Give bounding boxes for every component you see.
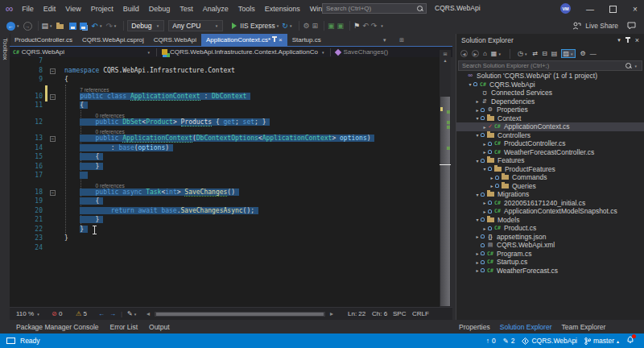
forward-icon[interactable]: ▶	[472, 50, 479, 57]
close-icon[interactable]: ×	[635, 36, 639, 44]
collapsed-arrow-icon[interactable]: ▸	[474, 107, 481, 113]
collapsed-arrow-icon[interactable]: ▸	[489, 175, 495, 180]
code-line[interactable]: 10− public class ApplicationContext : Db…	[10, 93, 440, 102]
panel-tab-error-list[interactable]: Error List	[110, 323, 138, 331]
navigate-back-icon[interactable]: ←	[6, 22, 15, 31]
tree-item-queries[interactable]: ▸Queries	[456, 182, 644, 191]
collapsed-arrow-icon[interactable]: ▸	[474, 251, 481, 256]
user-avatar[interactable]: VM	[560, 3, 571, 14]
float-window-icon[interactable]: ⊞	[399, 37, 404, 44]
code-line[interactable]: 23}	[10, 234, 440, 244]
code-line[interactable]: 12 public DbSet<Product> Products { get;…	[10, 118, 440, 128]
properties-page-icon[interactable]: ▤	[551, 50, 558, 57]
code-line[interactable]: 20 return await base.SaveChangesAsync();	[10, 207, 440, 217]
menu-edit[interactable]: Edit	[39, 0, 61, 18]
menu-analyze[interactable]: Analyze	[198, 0, 233, 18]
notifications-bell[interactable]	[626, 336, 634, 346]
code-line[interactable]: 24	[10, 244, 440, 254]
pin-icon[interactable]	[627, 39, 629, 43]
tree-item-product-cs[interactable]: ▸C#Product.cs	[456, 224, 644, 233]
editor-vertical-scrollbar[interactable]: ⊞ ▴	[440, 50, 451, 308]
nav-forward-arrow-icon[interactable]: →	[109, 310, 116, 317]
tree-item-cqrs-webapi-xml[interactable]: ▤CQRS.WebApi.xml	[456, 241, 644, 250]
close-button[interactable]: ×	[625, 0, 644, 18]
solution-config-dropdown[interactable]: Debug▾	[127, 20, 164, 31]
spaces-indicator[interactable]: SPC	[393, 310, 406, 317]
tree-item-startup-cs[interactable]: ▸C#Startup.cs	[456, 258, 644, 267]
tree-item-migrations[interactable]: ▾Migrations	[456, 190, 644, 199]
new-file-icon[interactable]: ▤	[42, 22, 49, 30]
minimize-button[interactable]: —	[580, 0, 601, 18]
fold-toggle-icon[interactable]: −	[50, 190, 56, 196]
nav-back-arrow-icon[interactable]: ←	[98, 310, 105, 317]
tree-item-productfeatures[interactable]: ▾ProductFeatures	[456, 165, 644, 174]
tree-item-dependencies[interactable]: ▸⇵Dependencies	[456, 97, 644, 106]
start-debug-button[interactable]: IIS Express▾	[232, 22, 280, 30]
collapsed-arrow-icon[interactable]: ▸	[481, 209, 488, 214]
fold-toggle-icon[interactable]: −	[50, 68, 56, 74]
sync-with-active-document-icon[interactable]: ⇄	[532, 50, 538, 57]
expanded-arrow-icon[interactable]: ▾	[467, 81, 473, 87]
code-line[interactable]: 13− public ApplicationContext(DbContextO…	[10, 135, 440, 144]
collapsed-arrow-icon[interactable]: ▸	[481, 141, 488, 147]
chevron-down-icon[interactable]: ▾	[290, 23, 292, 28]
breadcrumb-member-dropdown[interactable]: SaveChanges()	[332, 48, 391, 56]
menu-file[interactable]: File	[17, 0, 39, 18]
bookmark-icon[interactable]: ⚑	[353, 22, 360, 30]
tree-item-controllers[interactable]: ▾Controllers	[456, 131, 644, 140]
code-line[interactable]: 16 }	[10, 163, 440, 172]
solution-search-input[interactable]: Search Solution Explorer (Ctrl+;) ▾	[458, 60, 642, 71]
column-indicator[interactable]: Ch: 6	[372, 310, 387, 317]
fold-toggle-icon[interactable]: −	[50, 94, 56, 100]
menu-extensions[interactable]: Extensions	[260, 0, 305, 18]
panel-tab-package-manager-console[interactable]: Package Manager Console	[16, 323, 99, 331]
document-list-icon[interactable]: ▾	[383, 37, 386, 44]
tree-item-weatherforecastcontroller-cs[interactable]: ▸C#WeatherForecastController.cs	[456, 148, 644, 157]
collapsed-arrow-icon[interactable]: ▸	[489, 183, 495, 188]
tree-item-models[interactable]: ▾Models	[456, 216, 644, 225]
expanded-arrow-icon[interactable]: ▾	[481, 166, 488, 172]
splitter-handle-icon[interactable]: ⊞	[440, 50, 451, 57]
home-icon[interactable]: ⌂	[483, 50, 487, 57]
collapsed-arrow-icon[interactable]: ▸	[481, 200, 488, 205]
menu-tools[interactable]: Tools	[233, 0, 260, 18]
tree-item-weatherforecast-cs[interactable]: ▸C#WeatherForecast.cs	[456, 267, 644, 276]
show-all-files-icon[interactable]: ▨▾	[561, 49, 576, 58]
hscrollbar-thumb[interactable]	[156, 313, 324, 316]
code-line[interactable]: 7	[10, 57, 440, 67]
code-line[interactable]: 17	[10, 172, 440, 181]
code-line[interactable]: 11 {	[10, 102, 440, 111]
scroll-up-icon[interactable]: ▴	[440, 57, 451, 64]
step-over-icon[interactable]: ▣	[337, 22, 345, 30]
tree-item-solution-cqrs-webapi-1-of-1-project[interactable]: ∞Solution 'CQRS.WebApi' (1 of 1 project)	[456, 72, 644, 81]
save-all-icon[interactable]	[80, 23, 87, 30]
navigate-forward-icon[interactable]: →	[23, 22, 32, 31]
refresh-icon[interactable]: ↻	[282, 22, 288, 30]
undo-icon[interactable]: ↶	[92, 22, 98, 31]
chevron-down-icon[interactable]: ▾	[100, 23, 102, 28]
collapsed-arrow-icon[interactable]: ▸	[481, 149, 488, 155]
tree-item-appsettings-json[interactable]: ▸{}appsettings.json	[456, 233, 644, 242]
error-count[interactable]: ⊘ 0	[52, 310, 62, 317]
pending-changes-filter-icon[interactable]: ◷▾	[518, 50, 529, 57]
background-tasks-icon[interactable]	[6, 338, 15, 344]
chevron-down-icon[interactable]: ▾	[114, 23, 117, 28]
menu-project[interactable]: Project	[86, 0, 118, 18]
panel-tab-properties[interactable]: Properties	[459, 323, 490, 331]
eol-indicator[interactable]: CRLF	[412, 310, 429, 317]
tree-item-commands[interactable]: ▸Commands	[456, 173, 644, 182]
expanded-arrow-icon[interactable]: ▾	[474, 217, 481, 222]
hscroll-right-icon[interactable]: ▸	[330, 310, 333, 317]
tree-item-program-cs[interactable]: ▸C#Program.cs	[456, 250, 644, 259]
tree-item-connected-services[interactable]: ΩConnected Services	[456, 89, 644, 97]
warning-count[interactable]: ⚠ 5	[76, 310, 87, 317]
outgoing-commits[interactable]: ↑0	[486, 337, 496, 345]
close-icon[interactable]: ×	[279, 36, 283, 44]
code-line[interactable]: 21 }	[10, 216, 440, 226]
pin-icon[interactable]	[274, 38, 275, 42]
live-share-label[interactable]: Live Share	[585, 22, 618, 30]
code-line[interactable]: 18− public async Task<int> SaveChanges()	[10, 188, 440, 198]
save-icon[interactable]	[69, 23, 76, 30]
expanded-arrow-icon[interactable]: ▾	[474, 192, 481, 197]
code-line[interactable]: 22 }	[10, 226, 440, 235]
